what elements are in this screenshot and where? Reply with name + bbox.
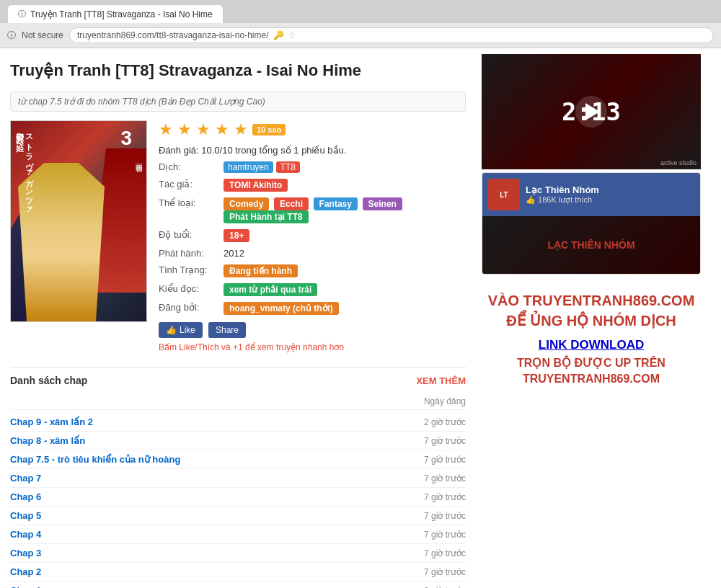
genre-seinen[interactable]: Seinen bbox=[363, 197, 402, 210]
poster-tag[interactable]: hoang_vnmaty (chủ thớt) bbox=[224, 302, 339, 315]
chapter-link[interactable]: Chap 7.5 - trò tiêu khiển của nữ hoàng bbox=[10, 454, 180, 465]
dich-tags: hamtruyen TT8 bbox=[224, 161, 300, 173]
author-tag[interactable]: TOMI Akihito bbox=[224, 179, 288, 192]
star-5: ★ bbox=[234, 120, 248, 139]
dich-label: Dịch: bbox=[159, 161, 224, 172]
url-text: truyentranh869.com/tt8-stravaganza-isai-… bbox=[77, 30, 268, 40]
chapter-time: 7 giờ trước bbox=[424, 436, 466, 446]
col-header-date: Ngày đăng bbox=[424, 396, 466, 406]
chapter-link[interactable]: Chap 4 bbox=[10, 529, 41, 540]
status-row: Tình Trạng: Đang tiến hành bbox=[159, 264, 466, 277]
chapter-link[interactable]: Chap 9 - xâm lấn 2 bbox=[10, 416, 93, 427]
cover-image: ストラヴァガンツァ〜異彩の姫〜 3 富 明日香 bbox=[10, 120, 147, 322]
page-wrapper: Truyện Tranh [TT8] Stravaganza - Isai No… bbox=[0, 48, 721, 588]
fb-page-name: Lạc Thiên Nhóm bbox=[526, 184, 599, 195]
chapter-time: 7 giờ trước bbox=[424, 455, 466, 465]
lock-icon: 🔑 bbox=[273, 30, 284, 40]
chapter-time: 7 giờ trước bbox=[424, 511, 466, 521]
dich-tag-hamtruyen[interactable]: hamtruyen bbox=[224, 161, 273, 173]
share-label: Share bbox=[216, 325, 239, 335]
chapter-link[interactable]: Chap 3 bbox=[10, 548, 41, 558]
browser-tab[interactable]: ⓘ Truyện Tranh [TT8] Stravaganza - Isai … bbox=[7, 4, 224, 23]
facebook-page-widget: LT Lạc Thiên Nhóm 👍 186K lượt thích LẠC … bbox=[482, 172, 701, 275]
cover-author-name: 富 明日香 bbox=[133, 157, 143, 159]
poster-label: Đăng bởi: bbox=[159, 302, 224, 313]
age-row: Độ tuổi: 18+ bbox=[159, 229, 466, 242]
chapter-time: 7 giờ trước bbox=[424, 567, 466, 577]
release-label: Phát hành: bbox=[159, 248, 224, 259]
status-tag: Đang tiến hành bbox=[224, 264, 298, 277]
release-year: 2012 bbox=[224, 248, 244, 259]
age-label: Độ tuổi: bbox=[159, 229, 224, 240]
chapter-link[interactable]: Chap 8 - xâm lấn bbox=[10, 435, 85, 446]
notice-bar: từ chap 7.5 trở đi do nhóm TT8 dịch (Bản… bbox=[10, 92, 466, 112]
genre-row: Thể loại: Comedy Ecchi Fantasy Seinen Ph… bbox=[159, 197, 466, 223]
star-count: 10 sao bbox=[252, 124, 286, 135]
chapter-time: 7 giờ trước bbox=[424, 492, 466, 502]
like-button[interactable]: 👍 Like bbox=[159, 322, 203, 338]
notice-text: từ chap 7.5 trở đi do nhóm TT8 dịch (Bản… bbox=[18, 97, 265, 107]
cover-volume-number: 3 bbox=[120, 127, 132, 150]
author-label: Tác giả: bbox=[159, 179, 224, 190]
dich-row: Dịch: hamtruyen TT8 bbox=[159, 161, 466, 173]
link-download[interactable]: LINK DOWNLOAD bbox=[482, 335, 701, 355]
play-icon bbox=[585, 103, 600, 120]
chapter-link[interactable]: Chap 7 bbox=[10, 473, 41, 484]
star-4: ★ bbox=[215, 120, 229, 139]
table-row: Chap 5 7 giờ trước bbox=[10, 507, 466, 525]
status-label: Tình Trạng: bbox=[159, 264, 224, 275]
fb-page-img-text: LẠC THIÊN NHÓM bbox=[547, 239, 634, 251]
fb-likes-count: 186K lượt thích bbox=[538, 195, 592, 204]
chapter-header: Danh sách chap XEM THÊM bbox=[10, 375, 466, 386]
fb-page-avatar: LT bbox=[488, 179, 520, 210]
promo-text: VÀO TRUYENTRANH869.COM ĐỂ ỦNG HỘ NHÓM DỊ… bbox=[482, 283, 701, 335]
tab-bar: ⓘ Truyện Tranh [TT8] Stravaganza - Isai … bbox=[0, 0, 721, 23]
main-content: Truyện Tranh [TT8] Stravaganza - Isai No… bbox=[0, 48, 476, 588]
sidebar-video[interactable]: LT Đồng hồ báo thức Anime - ĐÈN ... ⋮ 2:… bbox=[482, 54, 701, 169]
play-button[interactable] bbox=[575, 96, 607, 128]
like-label: Like bbox=[180, 325, 195, 335]
star-icon: ☆ bbox=[288, 30, 296, 40]
genre-ecchi[interactable]: Ecchi bbox=[274, 197, 309, 210]
table-row: Chap 4 7 giờ trước bbox=[10, 525, 466, 544]
security-icon: ⓘ bbox=[7, 30, 16, 42]
table-row: Chap 9 - xâm lấn 2 2 giờ trước bbox=[10, 413, 466, 432]
promo-line4: TRUYENTRANH869.COM bbox=[523, 373, 660, 385]
dich-tag-tt8[interactable]: TT8 bbox=[276, 161, 300, 173]
chapter-time: 7 giờ trước bbox=[424, 548, 466, 558]
genre-phat-hanh[interactable]: Phát Hành tại TT8 bbox=[224, 210, 309, 223]
xem-them-link[interactable]: XEM THÊM bbox=[416, 375, 466, 386]
url-bar[interactable]: truyentranh869.com/tt8-stravaganza-isai-… bbox=[69, 27, 714, 43]
chapter-link[interactable]: Chap 5 bbox=[10, 510, 41, 521]
share-button[interactable]: Share bbox=[208, 322, 246, 338]
promo-line2: ĐỂ ỦNG HỘ NHÓM DỊCH bbox=[506, 313, 676, 329]
table-row: Chap 7.5 - trò tiêu khiển của nữ hoàng 7… bbox=[10, 450, 466, 469]
table-row: Chap 3 7 giờ trước bbox=[10, 544, 466, 563]
score-text: Đánh giá: 10.0/10 trong tổng số 1 phiếu … bbox=[159, 145, 466, 156]
table-row: Chap 1 8 giờ trước bbox=[10, 582, 466, 588]
genre-comedy[interactable]: Comedy bbox=[224, 197, 269, 210]
rating-row: ★ ★ ★ ★ ★ 10 sao bbox=[159, 120, 466, 139]
genre-tags: Comedy Ecchi Fantasy Seinen Phát Hành tạ… bbox=[224, 197, 466, 223]
release-row: Phát hành: 2012 bbox=[159, 248, 466, 259]
genre-fantasy[interactable]: Fantasy bbox=[314, 197, 358, 210]
cover-title-jp: ストラヴァガンツァ〜異彩の姫〜 bbox=[15, 128, 34, 211]
chapter-time: 8 giờ trước bbox=[424, 586, 466, 589]
chapter-section: Danh sách chap XEM THÊM Ngày đăng Chap 9… bbox=[10, 367, 466, 588]
chapter-link[interactable]: Chap 1 bbox=[10, 585, 41, 588]
video-credit: active studio bbox=[660, 159, 696, 166]
tab-favicon: ⓘ bbox=[18, 9, 26, 19]
like-hint: Bấm Like/Thích và +1 để xem truyện nhanh… bbox=[159, 342, 466, 352]
table-row: Chap 2 7 giờ trước bbox=[10, 563, 466, 582]
like-area: 👍 Like Share bbox=[159, 322, 466, 338]
table-row: Chap 7 7 giờ trước bbox=[10, 469, 466, 488]
chapter-link[interactable]: Chap 6 bbox=[10, 491, 41, 502]
read-label: Kiểu đọc: bbox=[159, 283, 224, 294]
fb-page-image: LẠC THIÊN NHÓM bbox=[482, 216, 700, 274]
promo-line3: TRỌN BỘ ĐƯỢC UP TRÊN bbox=[517, 357, 665, 369]
thumbs-small-icon: 👍 bbox=[526, 195, 536, 204]
browser-bar: ⓘ Not secure truyentranh869.com/tt8-stra… bbox=[0, 23, 721, 48]
chapter-time: 7 giờ trước bbox=[424, 473, 466, 484]
chapter-link[interactable]: Chap 2 bbox=[10, 566, 41, 577]
fb-page-likes: 👍 186K lượt thích bbox=[526, 195, 599, 205]
